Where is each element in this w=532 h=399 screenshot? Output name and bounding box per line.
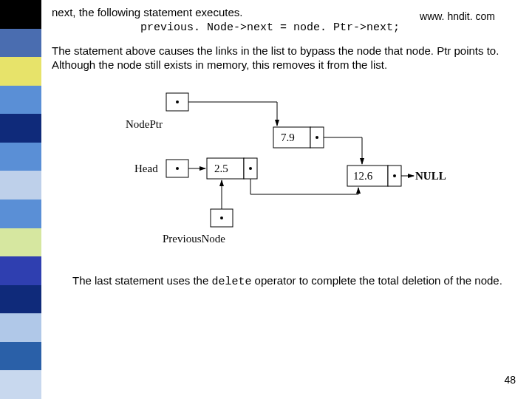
page-number: 48 [504, 374, 516, 386]
code-statement: previous. Node->next = node. Ptr->next; [140, 21, 525, 34]
closing-a: The last statement uses the [72, 274, 211, 287]
sidebar-stripe [0, 57, 41, 86]
nodeptr-label: NodePtr [126, 118, 163, 130]
sidebar-stripe [0, 370, 41, 399]
sidebar-stripe [0, 86, 41, 115]
sidebar-stripe [0, 143, 41, 171]
sidebar-stripe [0, 29, 41, 58]
head-label: Head [134, 163, 158, 174]
svg-point-5 [176, 167, 179, 170]
sidebar-stripe [0, 256, 41, 285]
svg-point-15 [393, 174, 396, 177]
svg-point-1 [176, 100, 179, 103]
node-value-3: 12.6 [353, 170, 373, 182]
closing-b: operator to complete the total deletion … [251, 274, 502, 287]
svg-point-12 [316, 136, 318, 139]
sidebar-stripe [0, 342, 41, 371]
null-label: NULL [415, 170, 446, 182]
sidebar-stripe [0, 313, 41, 342]
intro-line: next, the following statement executes. [52, 6, 242, 18]
linked-list-diagram: NodePtr Head 2.5 7.9 12.6 [96, 87, 525, 259]
node-value-2: 7.9 [281, 132, 295, 143]
sidebar-stripe [0, 114, 41, 143]
sidebar-stripe [0, 200, 41, 228]
node-value-1: 2.5 [214, 163, 228, 174]
sidebar-stripe [0, 285, 41, 314]
diagram-svg: NodePtr Head 2.5 7.9 12.6 [96, 87, 466, 257]
slide-content: next, the following statement executes. … [52, 0, 525, 289]
delete-keyword: delete [211, 276, 251, 288]
explanation-paragraph: The statement above causes the links in … [52, 44, 525, 72]
watermark-url: www. hndit. com [420, 10, 495, 22]
svg-point-23 [220, 216, 223, 219]
decorative-sidebar [0, 0, 41, 399]
closing-paragraph: The last statement uses the delete opera… [72, 274, 525, 290]
svg-point-9 [249, 167, 252, 170]
sidebar-stripe [0, 171, 41, 200]
sidebar-stripe [0, 0, 41, 29]
previousnode-label: PreviousNode [163, 233, 225, 245]
sidebar-stripe [0, 228, 41, 257]
